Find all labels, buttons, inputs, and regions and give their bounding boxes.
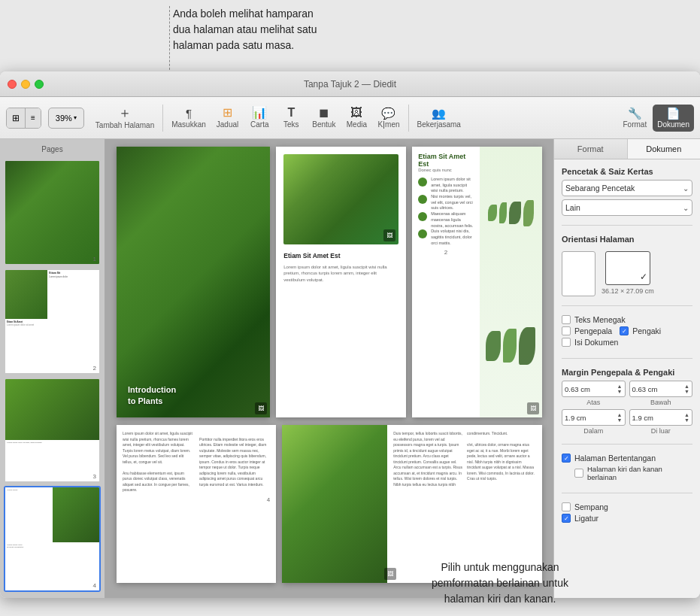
chart-label: Carta — [250, 120, 268, 129]
leaf-7 — [519, 327, 535, 365]
format-button[interactable]: 🔧 Format — [619, 105, 652, 132]
orientation-portrait[interactable] — [562, 251, 595, 296]
format-label: Format — [623, 120, 647, 129]
margin-atas-stepper[interactable]: ▲▼ — [617, 384, 623, 394]
comment-label: Kǀmen — [377, 120, 399, 129]
close-button[interactable] — [8, 80, 17, 89]
checkbox-row-halaman-berlainan: Halaman kiri dan kanan berlainan — [562, 465, 692, 481]
grid-icon: ⊞ — [12, 113, 20, 123]
divider-1 — [562, 225, 692, 226]
leaf-2 — [499, 202, 507, 223]
checkbox-sempang[interactable] — [562, 502, 571, 511]
margin-diluar-stepper[interactable]: ▲▼ — [684, 412, 689, 423]
checkbox-ligatur[interactable]: ✓ — [562, 514, 571, 523]
table-icon: ⊞ — [223, 107, 232, 119]
doc-area: Introductionto Plants 🖼 🖼 Etiam Sit Amet… — [105, 139, 553, 598]
traffic-lights — [8, 80, 44, 89]
title-bar: Tanpa Tajuk 2 — Diedit — [0, 71, 700, 97]
checkbox-isi-dokumen[interactable] — [562, 338, 571, 347]
checkbox-ligatur-label: Ligatur — [574, 514, 598, 523]
view-button-grid[interactable]: ⊞ — [7, 108, 26, 129]
page-image-icon-4[interactable]: 🖼 — [384, 568, 396, 580]
view-controls[interactable]: ⊞ ≡ — [6, 108, 41, 129]
maximize-button[interactable] — [35, 80, 44, 89]
callout-top-line — [169, 6, 170, 74]
margin-fields-bottom: 1.9 cm ▲▼ Dalam 1.9 cm ▲▼ — [562, 409, 692, 435]
checkbox-pengepala[interactable] — [562, 326, 571, 335]
lorem-text-left: Lorem ipsum dolor sit amet, ligula susci… — [283, 264, 398, 283]
page-image-icon-2[interactable]: 🖼 — [383, 229, 395, 241]
list-text-2: Nisi montes turpis vel, vel elit, congue… — [431, 194, 473, 211]
list-dot-1 — [418, 178, 427, 187]
checkbox-halaman-bertentangan[interactable]: ✓ — [562, 454, 571, 463]
toolbar: ⊞ ≡ 39% ▾ ＋ Tambah Halaman ¶ Masukkan ⊞ … — [0, 97, 700, 139]
margin-bawah-stepper[interactable]: ▲▼ — [684, 384, 689, 394]
margin-title: Margin Pengepala & Pengaki — [562, 368, 692, 377]
page-doc-cover[interactable]: Introductionto Plants 🖼 — [117, 147, 270, 417]
margin-dalam-stepper[interactable]: ▲▼ — [617, 412, 623, 423]
chart-button[interactable]: 📊 Carta — [244, 104, 274, 132]
paper-select[interactable]: Lain ⌄ — [562, 199, 692, 216]
orientation-landscape[interactable]: ✓ — [605, 251, 650, 285]
text-icon: T — [287, 107, 295, 119]
page-thumb-2[interactable]: Etiam Sit Lorem ipsum dolor Etiam Sit Am… — [4, 269, 101, 375]
page-doc-middle-right[interactable]: Etiam Sit Amet Est Donec quis nunc Lorem… — [412, 147, 542, 417]
margin-dalam-input[interactable]: 1.9 cm ▲▼ — [562, 409, 626, 426]
page-image-icon-1[interactable]: 🖼 — [255, 402, 267, 414]
callout-bottom: Pilih untuk menggunakan pemformatan berl… — [398, 560, 602, 607]
page-num-3: 3 — [93, 473, 96, 480]
zoom-control[interactable]: 39% ▾ — [48, 108, 84, 129]
margin-dalam-value: 1.9 cm — [565, 414, 586, 422]
checkbox-pengaki[interactable]: ✓ — [620, 326, 629, 335]
orientation-title: Orientasi Halaman — [562, 235, 692, 244]
media-icon: 🖼 — [350, 107, 362, 119]
printer-select[interactable]: Sebarang Pencetak ⌄ — [562, 180, 692, 196]
toolbar-divider-2 — [408, 105, 409, 132]
checkbox-teks-menegak-label: Teks Menegak — [574, 315, 626, 324]
insert-label: Masukkan — [171, 120, 206, 129]
insert-button[interactable]: ¶ Masukkan — [167, 105, 211, 132]
page-thumb-1[interactable]: Introductionto Plants 1 — [4, 159, 101, 266]
tab-dokumen[interactable]: Dokumen — [628, 139, 701, 159]
checkboxes-section: Teks Menegak Pengepala ✓ Pengaki — [562, 315, 692, 349]
checkbox-pengaki-label: Pengaki — [632, 326, 661, 335]
window-title: Tanpa Tajuk 2 — Diedit — [304, 79, 396, 90]
collaborate-button[interactable]: 👥 Bekerjasama — [413, 105, 465, 132]
main-area: Pages Introductionto Plants 1 — [0, 139, 700, 598]
lower-left-text: Lorem ipsum dolor sit amet, ligula susci… — [123, 431, 270, 493]
list-icon: ≡ — [31, 114, 35, 122]
margin-diluar-input[interactable]: 1.9 cm ▲▼ — [629, 409, 693, 426]
page-thumb-4[interactable]: Lorem ipsum Lorem ipsum dolor sit amet c… — [4, 486, 101, 592]
checkbox-halaman-berlainan[interactable] — [574, 469, 583, 478]
checkbox-teks-menegak[interactable] — [562, 315, 571, 324]
page-thumb-3[interactable]: Lorem ipsum dolor sit amet, ligula susci… — [4, 378, 101, 484]
text-button[interactable]: T Teks — [276, 104, 306, 132]
last-checkboxes: Sempang ✓ Ligatur — [562, 502, 692, 525]
add-page-button[interactable]: ＋ Tambah Halaman — [91, 103, 159, 132]
comment-button[interactable]: 💬 Kǀmen — [373, 105, 404, 132]
page-doc-middle-left[interactable]: 🖼 Etiam Sit Amet Est Lorem ipsum dolor s… — [276, 147, 406, 417]
divider-4 — [562, 444, 692, 445]
margin-bawah-input[interactable]: 0.63 cm ▲▼ — [629, 381, 693, 397]
checkbox-pengepala-label: Pengepala — [574, 326, 612, 335]
table-label: Jadual — [217, 120, 238, 129]
collaborate-icon: 👥 — [432, 108, 446, 119]
media-button[interactable]: 🖼 Media — [341, 104, 371, 132]
page-right-title: Etiam Sit Amet Est — [418, 153, 473, 168]
document-button[interactable]: 📄 Dokumen — [653, 105, 694, 132]
minimize-button[interactable] — [21, 80, 30, 89]
checkbox-sempang-label: Sempang — [574, 502, 608, 511]
margin-bawah-label: Bawah — [650, 399, 671, 406]
margin-atas-label: Atas — [586, 399, 600, 406]
shape-button[interactable]: ◼ Bentuk — [308, 104, 340, 132]
sidebar-label: Pages — [4, 145, 101, 153]
document-label: Dokumen — [657, 120, 689, 129]
tab-format[interactable]: Format — [554, 139, 628, 159]
page-image-icon-3[interactable]: 🖼 — [527, 402, 539, 414]
table-button[interactable]: ⊞ Jadual — [212, 104, 243, 132]
page-lower-left[interactable]: Lorem ipsum dolor sit amet, ligula susci… — [117, 425, 276, 583]
margin-atas-input[interactable]: 0.63 cm ▲▼ — [562, 381, 626, 397]
view-button-list[interactable]: ≡ — [26, 108, 41, 129]
insert-icon: ¶ — [186, 108, 192, 119]
list-text-4: Duis volutpat nisi dis, sagittis tincidu… — [431, 229, 473, 246]
